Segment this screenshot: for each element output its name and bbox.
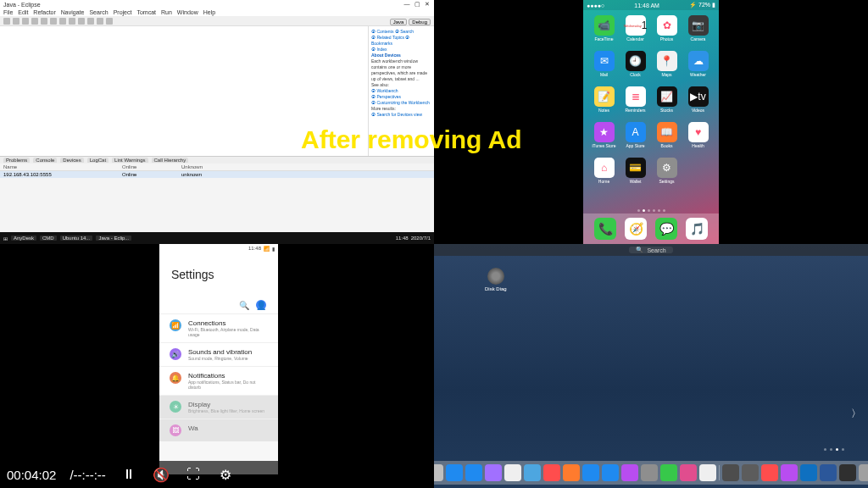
- tab-logcat[interactable]: LogCat: [87, 158, 108, 163]
- app-notes[interactable]: 📝Notes: [590, 86, 618, 119]
- app-settings[interactable]: ⚙Settings: [653, 158, 681, 190]
- task-item[interactable]: Ubuntu 14...: [60, 236, 93, 241]
- menu-item[interactable]: File: [3, 9, 13, 15]
- tab-devices[interactable]: Devices: [60, 158, 83, 163]
- help-link[interactable]: Search: [400, 29, 414, 34]
- toolbar-icon[interactable]: [31, 18, 38, 25]
- tab-lint[interactable]: Lint Warnings: [112, 158, 147, 163]
- dock-app-icon[interactable]: [563, 464, 580, 481]
- perspective-debug[interactable]: Debug: [409, 19, 431, 25]
- dock-app-icon[interactable]: [504, 464, 521, 481]
- mute-button[interactable]: 🔇: [152, 465, 170, 484]
- start-button[interactable]: ⊞: [3, 236, 8, 241]
- toolbar-icon[interactable]: [87, 18, 94, 25]
- task-item[interactable]: AnyDesk: [11, 236, 36, 241]
- settings-item-wa[interactable]: 🖼Wa: [159, 419, 278, 441]
- help-link[interactable]: Related Topics: [376, 35, 404, 40]
- toolbar-icon[interactable]: [59, 18, 66, 25]
- menu-item[interactable]: Refactor: [33, 9, 55, 15]
- app-camera[interactable]: 📷Camera: [684, 15, 712, 47]
- toolbar-icon[interactable]: [106, 18, 113, 25]
- app-books[interactable]: 📖Books: [653, 122, 681, 154]
- settings-item-notifications[interactable]: 🔔NotificationsApp notifications, Status …: [159, 366, 278, 395]
- account-icon[interactable]: 👤: [256, 300, 266, 310]
- menu-item[interactable]: Project: [114, 9, 132, 15]
- toolbar-icon[interactable]: [50, 18, 57, 25]
- menu-item[interactable]: Search: [89, 9, 108, 15]
- app-clock[interactable]: 🕘Clock: [621, 51, 649, 83]
- tray-time[interactable]: 11:48: [396, 236, 409, 241]
- maximize-icon[interactable]: ▢: [414, 1, 420, 8]
- tab-console[interactable]: Console: [33, 158, 57, 163]
- app-wallet[interactable]: 💳Wallet: [621, 158, 649, 190]
- toolbar-icon[interactable]: [22, 18, 29, 25]
- arrow-right-icon[interactable]: 〉: [851, 407, 861, 421]
- perspective-java[interactable]: Java: [390, 19, 408, 25]
- help-link[interactable]: Contents: [376, 29, 393, 34]
- dock-app-icon[interactable]: [485, 464, 502, 481]
- fullscreen-button[interactable]: ⛶: [184, 465, 203, 484]
- app-mail[interactable]: ✉Mail: [590, 51, 618, 83]
- dock-phone-icon[interactable]: 📞: [594, 218, 616, 240]
- dock-app-icon[interactable]: [820, 464, 837, 481]
- dock-app-icon[interactable]: [582, 464, 599, 481]
- help-link[interactable]: Index: [376, 47, 387, 52]
- page-indicator[interactable]: [583, 207, 719, 214]
- help-link[interactable]: Bookmarks: [371, 41, 392, 46]
- settings-item-connections[interactable]: 📶ConnectionsWi-Fi, Bluetooth, Airplane m…: [159, 313, 278, 342]
- app-videos[interactable]: ▶tvVideos: [684, 86, 712, 119]
- menu-item[interactable]: Window: [177, 9, 198, 15]
- app-calendar[interactable]: Wednesday1Calendar: [621, 15, 649, 47]
- menu-item[interactable]: Tomcat: [136, 9, 156, 15]
- toolbar-icon[interactable]: [41, 18, 47, 25]
- dock-app-icon[interactable]: [859, 464, 868, 481]
- settings-item-sounds[interactable]: 🔊Sounds and vibrationSound mode, Rington…: [159, 342, 278, 366]
- help-link[interactable]: Perspectives: [376, 94, 401, 99]
- dock-app-icon[interactable]: [641, 464, 658, 481]
- app-photos[interactable]: ✿Photos: [653, 15, 681, 47]
- toolbar-icon[interactable]: [3, 18, 10, 25]
- dock-app-icon[interactable]: [722, 464, 739, 481]
- app-weather[interactable]: ☁Weather: [684, 51, 712, 83]
- minimize-icon[interactable]: —: [403, 1, 410, 8]
- app-home[interactable]: ⌂Home: [590, 158, 618, 190]
- spotlight-search[interactable]: 🔍 Search: [629, 247, 672, 253]
- settings-item-display[interactable]: ☀DisplayBrightness, Blue light filter, H…: [159, 395, 278, 419]
- dock-app-icon[interactable]: [781, 464, 798, 481]
- desktop-icon-diskdiag[interactable]: Disk Diag: [485, 268, 507, 291]
- app-maps[interactable]: 📍Maps: [653, 51, 681, 83]
- dock-app-icon[interactable]: [465, 464, 482, 481]
- dock-app-icon[interactable]: [800, 464, 817, 481]
- dock-app-icon[interactable]: [524, 464, 541, 481]
- close-icon[interactable]: ✕: [424, 1, 431, 8]
- app-app-store[interactable]: AApp Store: [621, 122, 649, 154]
- dock-app-icon[interactable]: [742, 464, 759, 481]
- app-itunes-store[interactable]: ★iTunes Store: [590, 122, 618, 154]
- app-reminders[interactable]: ≣Reminders: [621, 86, 649, 119]
- tab-callhierarchy[interactable]: Call Hierarchy: [152, 158, 189, 163]
- app-health[interactable]: ♥Health: [684, 122, 712, 154]
- dock-app-icon[interactable]: [680, 464, 697, 481]
- help-link[interactable]: Workbench: [376, 88, 398, 93]
- menu-item[interactable]: Run: [161, 9, 172, 15]
- menu-item[interactable]: Help: [203, 9, 215, 15]
- dock-music-icon[interactable]: 🎵: [686, 218, 708, 240]
- table-row[interactable]: 192.168.43.102:5555 Online unknown: [0, 171, 434, 178]
- dock-safari-icon[interactable]: 🧭: [625, 218, 647, 240]
- dock-app-icon[interactable]: [543, 464, 560, 481]
- pause-button[interactable]: ⏸: [120, 465, 138, 484]
- dock-app-icon[interactable]: [761, 464, 778, 481]
- dock-app-icon[interactable]: [660, 464, 677, 481]
- dock-messages-icon[interactable]: 💬: [655, 218, 677, 240]
- menu-item[interactable]: Navigate: [61, 9, 85, 15]
- task-item[interactable]: CMD: [40, 236, 57, 241]
- tray-date[interactable]: 2020/7/1: [411, 236, 431, 241]
- toolbar-icon[interactable]: [97, 18, 103, 25]
- help-link[interactable]: Search for Devices view: [376, 112, 422, 117]
- search-icon[interactable]: 🔍: [239, 300, 249, 310]
- dock-app-icon[interactable]: [621, 464, 638, 481]
- tab-problems[interactable]: Problems: [3, 158, 30, 163]
- mac-menubar[interactable]: 🔍 Search: [434, 244, 868, 256]
- app-stocks[interactable]: 📈Stocks: [653, 86, 681, 119]
- dock-app-icon[interactable]: [446, 464, 463, 481]
